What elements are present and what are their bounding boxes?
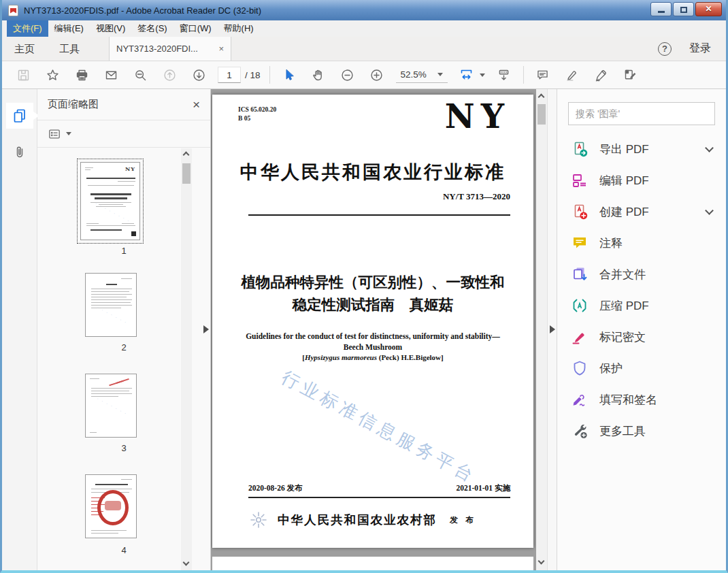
maximize-button[interactable] <box>673 2 694 16</box>
attachments-rail-button[interactable] <box>6 140 33 165</box>
page-number-input[interactable] <box>218 67 241 83</box>
tool-export-pdf[interactable]: 导出 PDF <box>568 133 715 165</box>
email-button[interactable] <box>101 65 121 85</box>
tool-label: 保护 <box>599 361 623 376</box>
tool-label: 编辑 PDF <box>599 173 649 189</box>
tool-label: 导出 PDF <box>599 142 649 157</box>
thumbnails-options-button[interactable] <box>37 120 210 148</box>
menu-window[interactable]: 窗口(W) <box>173 20 218 37</box>
panel-close-icon[interactable]: × <box>193 98 200 111</box>
tab-document[interactable]: NYT3713-2020FDI... × <box>109 37 231 61</box>
export-pdf-icon <box>571 140 589 158</box>
tab-close-icon[interactable]: × <box>218 44 224 53</box>
tool-edit-pdf[interactable]: 编辑 PDF <box>568 165 715 196</box>
save-button[interactable] <box>13 65 33 85</box>
page-thumbnails-rail-button[interactable] <box>6 103 33 129</box>
fill-sign-icon <box>623 68 638 82</box>
print-button[interactable] <box>71 65 92 85</box>
chevron-down-icon <box>705 206 714 215</box>
scroll-down-icon[interactable] <box>538 558 545 565</box>
email-icon <box>104 68 118 82</box>
scroll-mode-button[interactable] <box>494 65 514 85</box>
tool-protect[interactable]: 保护 <box>568 353 715 384</box>
page-count-label: / 18 <box>245 70 261 80</box>
thumbnail-page-2[interactable]: · · · · · · · <box>85 273 137 337</box>
menu-bar: 文件(F) 编辑(E) 视图(V) 签名(S) 窗口(W) 帮助(H) <box>2 20 726 37</box>
document-scrollbar-thumb[interactable] <box>537 104 546 125</box>
menu-file[interactable]: 文件(F) <box>7 20 48 37</box>
tool-redact[interactable]: 标记密文 <box>568 321 715 353</box>
fill-sign-tool-button[interactable] <box>621 65 641 85</box>
zoom-level-dropdown[interactable]: 52.5% <box>396 67 448 83</box>
comment-tool-button[interactable] <box>533 65 553 85</box>
tool-comment[interactable]: 注释 <box>568 227 715 259</box>
publish-label: 发 布 <box>450 514 476 526</box>
window-title: NYT3713-2020FDIS.pdf - Adobe Acrobat Rea… <box>24 5 261 16</box>
tab-bar: 主页 工具 NYT3713-2020FDI... × ? 登录 <box>2 37 726 61</box>
thumbnail-page-3[interactable]: · · · · · · · <box>85 374 137 438</box>
favorites-button[interactable] <box>42 65 63 85</box>
comment-icon <box>571 234 589 252</box>
document-scrollbar[interactable] <box>536 89 547 570</box>
menu-help[interactable]: 帮助(H) <box>218 20 260 37</box>
tools-panel-expand-arrow[interactable] <box>550 325 555 333</box>
create-pdf-icon <box>571 203 589 220</box>
highlight-icon <box>565 68 579 82</box>
chevron-down-icon <box>66 132 71 135</box>
document-view[interactable]: ICS 65.020.20 B 05 NY 中华人民共和国农业行业标准 NY/T… <box>211 89 547 570</box>
thumbnail-art: NY · · · · · · · · <box>80 162 140 240</box>
publisher-name: 中华人民共和国农业农村部 <box>278 512 437 528</box>
title-bar[interactable]: NYT3713-2020FDIS.pdf - Adobe Acrobat Rea… <box>2 0 726 20</box>
thumbnails-scrollbar[interactable] <box>181 148 192 570</box>
chevron-down-icon <box>705 144 714 152</box>
fit-width-button[interactable] <box>457 65 477 85</box>
tool-more-tools[interactable]: 更多工具 <box>568 415 715 446</box>
help-icon[interactable]: ? <box>658 42 672 56</box>
previous-page-button[interactable] <box>159 65 180 85</box>
hand-tool-icon <box>311 68 325 82</box>
page-down-icon <box>192 68 206 82</box>
minimize-icon <box>658 11 665 13</box>
compress-pdf-icon <box>571 297 589 314</box>
tool-compress-pdf[interactable]: 压缩 PDF <box>568 290 715 321</box>
thumbnail-page-4[interactable] <box>85 474 137 538</box>
next-page-button[interactable] <box>188 65 209 85</box>
thumbnail-art <box>85 474 137 538</box>
zoom-out-icon <box>340 68 354 82</box>
thumbnails-scrollbar-thumb[interactable] <box>182 163 191 184</box>
document-title: 植物品种特异性（可区别性）、一致性和 稳定性测试指南 真姬菇 <box>212 272 533 316</box>
tool-fill-sign[interactable]: 填写和签名 <box>568 384 715 415</box>
fit-width-dropdown[interactable] <box>457 65 485 85</box>
thumbnails-panel-title: 页面缩略图 <box>48 98 99 111</box>
scroll-down-icon[interactable] <box>183 559 190 566</box>
tool-label: 更多工具 <box>599 423 646 439</box>
menu-view[interactable]: 视图(V) <box>90 20 131 37</box>
scroll-up-icon[interactable] <box>538 94 545 101</box>
search-button[interactable] <box>130 65 150 85</box>
scroll-up-icon[interactable] <box>183 152 190 159</box>
menu-sign[interactable]: 签名(S) <box>131 20 173 37</box>
comment-icon <box>535 68 550 82</box>
tool-create-pdf[interactable]: 创建 PDF <box>568 196 715 227</box>
hand-tool-button[interactable] <box>308 65 329 85</box>
thumbnail-page-1[interactable]: NY · · · · · · · · <box>77 159 144 244</box>
highlight-tool-button[interactable] <box>562 65 582 85</box>
tool-combine-files[interactable]: 合并文件 <box>568 259 715 290</box>
pdf-page-2-edge <box>212 557 533 570</box>
close-button[interactable]: ✕ <box>695 2 722 16</box>
login-button[interactable]: 登录 <box>689 42 711 56</box>
panel-expand-arrow[interactable] <box>203 325 209 333</box>
zoom-in-button[interactable] <box>367 65 387 85</box>
select-tool-icon <box>282 68 296 82</box>
zoom-out-button[interactable] <box>337 65 358 85</box>
tools-search-input[interactable] <box>568 102 715 125</box>
tab-tools[interactable]: 工具 <box>47 37 92 61</box>
ny-logo: NY <box>445 97 510 135</box>
print-icon <box>75 68 89 82</box>
select-tool-button[interactable] <box>279 65 299 85</box>
menu-edit[interactable]: 编辑(E) <box>48 20 90 37</box>
thumbnails-panel: 页面缩略图 × NY <box>37 89 211 570</box>
minimize-button[interactable] <box>650 2 672 16</box>
tab-home[interactable]: 主页 <box>2 37 47 61</box>
sign-tool-button[interactable] <box>591 65 612 85</box>
